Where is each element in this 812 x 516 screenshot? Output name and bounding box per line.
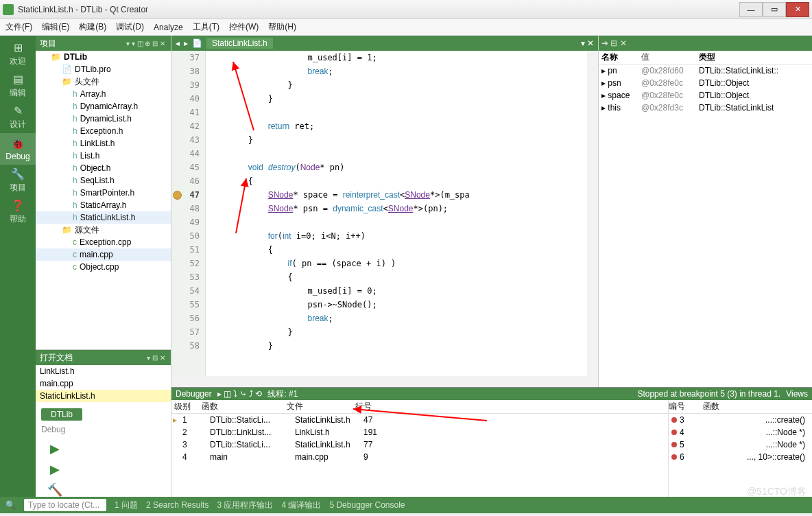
filter-icon[interactable]: ▾ ▾ ◫ ⊕ ⊟ ✕ <box>126 40 165 47</box>
debugger-toolbar[interactable]: Debugger ▸ ◫ ⤵ ⤷ ⤴ ⟲ 线程: #1 Stopped at b… <box>171 388 812 400</box>
rail-帮助[interactable]: ❓帮助 <box>0 196 36 228</box>
breakpoint-item[interactable]: 5...::Node *) <box>669 438 812 451</box>
nav-back-icon[interactable]: ◂ <box>176 38 180 48</box>
rail-设计[interactable]: ✎设计 <box>0 102 36 133</box>
tree-item[interactable]: hDynamicArray.h <box>36 100 171 113</box>
status-tab[interactable]: 3 应用程序输出 <box>217 500 273 510</box>
menu-item[interactable]: 调试(D) <box>116 21 144 33</box>
local-var[interactable]: ▸ this@0x28fd3cDTLib::StaticLinkList <box>599 102 812 114</box>
menu-item[interactable]: 构建(B) <box>79 21 106 33</box>
minimize-button[interactable]: — <box>739 2 763 17</box>
openfile-item[interactable]: LinkList.h <box>36 365 171 377</box>
stack-frame[interactable]: 3DTLib::StaticLi...StaticLinkList.h77 <box>180 438 668 451</box>
titlebar: StaticLinkList.h - DTLib - Qt Creator — … <box>0 0 812 19</box>
menu-item[interactable]: 文件(F) <box>5 21 32 33</box>
project-panel-header: 项目 ▾ ▾ ◫ ⊕ ⊟ ✕ <box>36 36 171 51</box>
local-var[interactable]: ▸ psn@0x28fe0cDTLib::Object <box>599 77 812 89</box>
breakpoints-panel[interactable]: 编号 函数 3...::create()4...::Node *)5...::N… <box>668 400 812 497</box>
project-label: 项目 <box>40 38 56 49</box>
status-tab[interactable]: 1 问题 <box>115 500 138 510</box>
close-button[interactable]: ✕ <box>786 2 809 17</box>
openfiles-header: 打开文档 ▾ ⊟ ✕ <box>36 350 171 365</box>
tree-item[interactable]: 📁头文件 <box>36 75 171 88</box>
tree-item[interactable]: hList.h <box>36 150 171 162</box>
menubar: 文件(F)编辑(E)构建(B)调试(D)Analyze工具(T)控件(W)帮助(… <box>0 19 812 36</box>
status-tab[interactable]: 5 Debugger Console <box>329 500 405 510</box>
tree-item[interactable]: hObject.h <box>36 162 171 174</box>
app-icon <box>3 4 14 15</box>
openfiles-list[interactable]: LinkList.hmain.cppStaticLinkList.h <box>36 365 171 406</box>
editor-filename[interactable]: StaticLinkList.h <box>206 38 273 49</box>
project-tree[interactable]: 📁DTLib📄DTLib.pro📁头文件hArray.hhDynamicArra… <box>36 51 171 349</box>
call-stack[interactable]: 级别 函数 文件 行号 1DTLib::StaticLi...StaticLin… <box>171 400 668 497</box>
scrollbar-horizontal[interactable] <box>171 376 598 387</box>
local-var[interactable]: ▸ space@0x28fe0cDTLib::Object <box>599 89 812 102</box>
breakpoint-item[interactable]: 3...::create() <box>669 414 812 426</box>
views-label[interactable]: Views <box>786 389 808 399</box>
project-selector[interactable]: DTLib <box>36 406 171 423</box>
split-icon[interactable]: ▾ ✕ <box>581 38 594 48</box>
rail-欢迎[interactable]: ⊞欢迎 <box>0 38 36 70</box>
menu-item[interactable]: 控件(W) <box>229 21 259 33</box>
stack-frame[interactable]: 1DTLib::StaticLi...StaticLinkList.h47 <box>180 414 668 426</box>
debugger-panel: Debugger ▸ ◫ ⤵ ⤷ ⤴ ⟲ 线程: #1 Stopped at b… <box>171 387 812 497</box>
tree-item[interactable]: cmain.cpp <box>36 248 171 261</box>
tree-item[interactable]: cObject.cpp <box>36 261 171 273</box>
rail-项目[interactable]: 🔧项目 <box>0 165 36 196</box>
debug-controls-icon[interactable]: ▸ ◫ ⤵ ⤷ ⤴ ⟲ <box>217 389 263 399</box>
breakpoint-item[interactable]: 6..., 10>::create() <box>669 451 812 463</box>
stack-frame[interactable]: 4mainmain.cpp9 <box>180 451 668 463</box>
tree-item[interactable]: cException.cpp <box>36 236 171 248</box>
window-title: StaticLinkList.h - DTLib - Qt Creator <box>18 5 739 14</box>
code-editor[interactable]: 3738394041424344454647484950515253545556… <box>171 51 598 376</box>
tree-item[interactable]: hLinkList.h <box>36 137 171 150</box>
tree-item[interactable]: hArray.h <box>36 88 171 100</box>
stack-frame[interactable]: 2DTLib::LinkList...LinkList.h191 <box>180 426 668 438</box>
run-button-2[interactable]: 🔨 <box>48 483 62 497</box>
tree-item[interactable]: hSeqList.h <box>36 174 171 187</box>
tree-item[interactable]: 📁源文件 <box>36 224 171 236</box>
tree-item[interactable]: hDynamicList.h <box>36 113 171 125</box>
openfiles-label: 打开文档 <box>40 352 73 364</box>
nav-fwd-icon[interactable]: ▸ <box>184 38 188 48</box>
thread-label: 线程: #1 <box>267 388 298 400</box>
locals-panel[interactable]: ➔ ⊟ ✕ 名称 值 类型 ▸ pn@0x28fd60DTLib::Static… <box>598 36 812 387</box>
locate-input[interactable]: Type to locate (Ct... <box>24 499 106 511</box>
menu-item[interactable]: Analyze <box>154 23 183 32</box>
editor-area: ◂ ▸ 📄 StaticLinkList.h ▾ ✕ 3738394041424… <box>171 36 812 497</box>
breakpoint-item[interactable]: 4...::Node *) <box>669 426 812 438</box>
tree-item[interactable]: hStaticLinkList.h <box>36 211 171 224</box>
build-mode[interactable]: Debug <box>36 423 171 436</box>
status-tab[interactable]: 4 编译输出 <box>281 500 321 510</box>
menu-item[interactable]: 帮助(H) <box>268 21 296 33</box>
menu-item[interactable]: 工具(T) <box>193 21 219 33</box>
tree-item[interactable]: 📁DTLib <box>36 51 171 63</box>
status-tab[interactable]: 2 Search Results <box>146 500 208 510</box>
run-button-0[interactable]: ▶ <box>48 442 62 456</box>
mode-rail: ⊞欢迎▤编辑✎设计🐞Debug🔧项目❓帮助 <box>0 36 36 497</box>
openfiles-icons[interactable]: ▾ ⊟ ✕ <box>147 354 165 362</box>
maximize-button[interactable]: ▭ <box>763 2 786 17</box>
rail-编辑[interactable]: ▤编辑 <box>0 70 36 102</box>
menu-item[interactable]: 编辑(E) <box>42 21 69 33</box>
locals-toolbar[interactable]: ➔ ⊟ ✕ <box>599 36 812 51</box>
run-button-1[interactable]: ▶ <box>48 462 62 476</box>
locals-header: 名称 值 类型 <box>599 51 812 64</box>
editor-tab-bar[interactable]: ◂ ▸ 📄 StaticLinkList.h ▾ ✕ <box>171 36 598 51</box>
file-icon: 📄 <box>192 38 202 48</box>
debugger-label: Debugger <box>176 389 212 399</box>
statusbar: 🔍 Type to locate (Ct... 1 问题2 Search Res… <box>0 497 812 513</box>
openfile-item[interactable]: StaticLinkList.h <box>36 390 171 402</box>
scrollbar-vertical[interactable] <box>587 51 598 376</box>
locate-icon[interactable]: 🔍 <box>5 500 16 510</box>
debug-status: Stopped at breakpoint 5 (3) in thread 1. <box>637 389 780 399</box>
tree-item[interactable]: 📄DTLib.pro <box>36 63 171 75</box>
rail-Debug[interactable]: 🐞Debug <box>0 133 36 165</box>
openfile-item[interactable]: main.cpp <box>36 377 171 390</box>
sidebar: 项目 ▾ ▾ ◫ ⊕ ⊟ ✕ 📁DTLib📄DTLib.pro📁头文件hArra… <box>36 36 171 497</box>
local-var[interactable]: ▸ pn@0x28fd60DTLib::StaticLinkList:: <box>599 64 812 77</box>
tree-item[interactable]: hException.h <box>36 125 171 137</box>
tree-item[interactable]: hSmartPointer.h <box>36 187 171 199</box>
tree-item[interactable]: hStaticArray.h <box>36 199 171 211</box>
